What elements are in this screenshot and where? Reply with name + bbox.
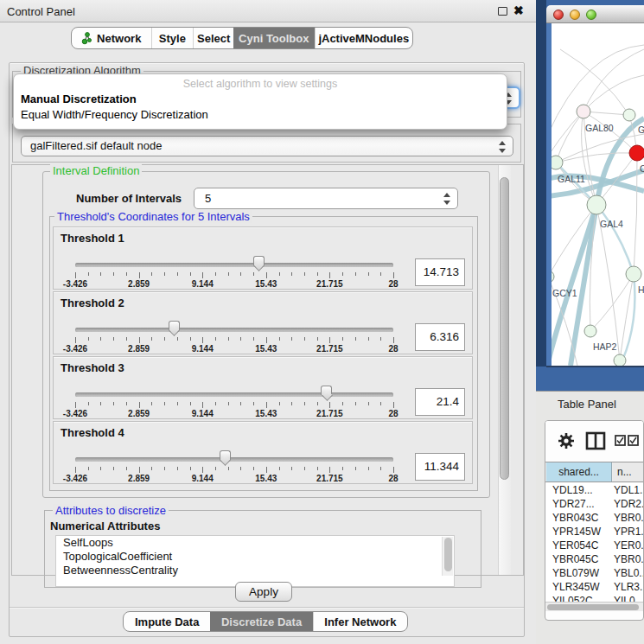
footer-divider [10,607,524,608]
scrollbar-thumb[interactable] [500,177,509,480]
tab-cyni-toolbox[interactable]: Cyni Toolbox [233,28,315,48]
table-row[interactable]: YBR045CYBR0... [546,552,644,566]
table-row[interactable]: YBL079WYBL0... [546,566,644,580]
threshold-value-field[interactable]: 21.4 [415,388,465,416]
close-icon[interactable]: ✖ [513,3,524,17]
table-row[interactable]: YLR345WYLR3... [546,580,644,594]
tab-label: jActiveMNodules [318,32,409,45]
threshold-value-field[interactable]: 14.713 [415,258,465,286]
apply-button[interactable]: Apply [235,582,292,602]
number-of-intervals-label: Number of Intervals [76,192,182,205]
gear-icon[interactable] [558,432,575,450]
algorithm-option-manual[interactable]: Manual Discretization [21,92,137,105]
algorithm-option-equal-width[interactable]: Equal Width/Frequency Discretization [21,108,208,121]
tab-label: Style [159,32,186,45]
network-canvas[interactable]: GAL80GACGAL11GAL4HGCY1HAP2 [546,23,644,366]
threshold-slider-track[interactable] [75,263,393,267]
tab-label: Network [97,32,141,45]
tab-network[interactable]: Network [72,28,151,48]
attribute-item[interactable]: TopologicalCoefficient [56,550,454,564]
list-scrollbar[interactable] [442,537,453,576]
threshold-slider-handle[interactable] [253,256,265,265]
split-columns-icon[interactable] [585,430,606,451]
threshold-2-box: Threshold 2-3.4262.8599.14415.4321.71528… [53,291,473,354]
table-hscrollbar[interactable] [545,602,643,611]
bottom-tab-impute-data[interactable]: Impute Data [124,612,210,631]
table-row[interactable]: YPR145WYPR1... [546,525,644,539]
slider-tick-labels: -3.4262.8599.14415.4321.71528 [75,474,393,483]
slider-tick-labels: -3.4262.8599.14415.4321.71528 [75,409,393,418]
network-node-gal4[interactable] [587,195,606,214]
top-tab-bar: NetworkStyleSelectCyni ToolboxjActiveMNo… [71,27,413,49]
network-edge [622,274,634,360]
node-label: GA [638,124,644,135]
network-node-ga[interactable] [623,109,635,121]
numerical-attributes-list[interactable]: SelfLoopsTopologicalCoefficientBetweenne… [55,535,455,587]
network-graph: GAL80GACGAL11GAL4HGCY1HAP2 [552,23,644,366]
table-header-shared-name[interactable]: shared... [546,462,612,481]
attribute-item[interactable]: BetweennessCentrality [56,564,454,577]
panel-title: Control Panel [7,5,75,18]
network-node-h[interactable] [626,266,641,282]
threshold-value-field[interactable]: 6.316 [415,323,465,351]
network-node[interactable] [614,354,626,366]
table-panel-box: shared... n... YDL19...YDL1...YDR27...YD… [545,420,644,621]
table-rows: YDL19...YDL1...YDR27...YDR2...YBR043CYBR… [546,483,644,602]
table-toolbar [545,421,643,462]
float-window-icon[interactable] [498,7,507,16]
slider-tick-labels: -3.4262.8599.14415.4321.71528 [75,279,393,289]
table-row[interactable]: YDR27...YDR2... [546,497,644,511]
table-row[interactable]: YER054CYER0... [546,539,644,552]
tab-style[interactable]: Style [151,28,194,48]
zoom-traffic-light-icon[interactable] [586,10,596,20]
table-data-combobox[interactable]: galFiltered.sif default node [21,136,513,156]
network-window-titlebar[interactable] [546,5,644,23]
threshold-slider-handle[interactable] [169,321,180,330]
table-row[interactable]: YBR043CYBR0... [546,511,644,525]
close-traffic-light-icon[interactable] [553,10,564,20]
number-of-intervals-value: 5 [205,192,211,205]
network-node-c[interactable] [629,145,644,161]
table-row[interactable]: YDL19...YDL1... [546,483,644,497]
show-columns-checkboxes-icon[interactable] [615,435,639,446]
bottom-tab-discretize-data[interactable]: Discretize Data [210,612,312,631]
algorithm-placeholder: Select algorithm to view settings [14,78,507,90]
network-node-hap2[interactable] [584,325,596,337]
tab-label: Cyni Toolbox [239,32,309,45]
threshold-4-box: Threshold 4-3.4262.8599.14415.4321.71528… [53,421,473,484]
algorithm-dropdown-popup: Select algorithm to view settings Manual… [13,73,507,130]
threshold-value-field[interactable]: 11.344 [415,453,465,481]
number-of-intervals-spinner[interactable]: 5 [194,188,458,209]
node-label: HAP2 [593,341,617,352]
threshold-slider-handle[interactable] [220,450,231,460]
network-node-gcy1[interactable] [552,271,554,283]
control-panel: Control Panel ✖ NetworkStyleSelectCyni T… [0,0,536,644]
spinner-arrows-icon [443,192,451,206]
table-row[interactable]: YIL052CYIL0... [546,594,644,602]
threshold-slider-track[interactable] [75,328,393,332]
table-header-name[interactable]: n... [613,462,644,481]
threshold-3-box: Threshold 3-3.4262.8599.14415.4321.71528… [53,356,473,419]
numerical-attributes-label: Numerical Attributes [50,520,160,532]
window-shadow [546,366,644,367]
combo-arrows-icon [499,140,507,154]
table-header-row: shared... n... [545,462,643,482]
attribute-item[interactable]: SelfLoops [56,536,454,550]
network-node-gal11[interactable] [552,156,563,169]
threshold-slider-track[interactable] [75,392,393,397]
bottom-tab-bar: Impute DataDiscretize DataInfer Network [123,611,408,632]
threshold-slider-handle[interactable] [321,386,332,395]
bottom-tab-infer-network[interactable]: Infer Network [313,612,407,631]
tab-select[interactable]: Select [193,28,233,48]
node-label: GCY1 [552,288,577,298]
tab-jactivemnodules[interactable]: jActiveMNodules [315,28,412,48]
network-node-gal80[interactable] [577,105,590,118]
table-hscrollbar-thumb[interactable] [547,604,639,610]
slider-ticks [75,337,393,344]
slider-tick-labels: -3.4262.8599.14415.4321.71528 [75,344,393,354]
threshold-1-box: Threshold 1-3.4262.8599.14415.4321.71528… [53,226,473,290]
threshold-slider-track[interactable] [75,457,393,462]
minimize-traffic-light-icon[interactable] [570,10,580,20]
thresholds-group-label: Threshold's Coordinates for 5 Intervals [54,210,252,223]
slider-ticks [75,467,393,474]
